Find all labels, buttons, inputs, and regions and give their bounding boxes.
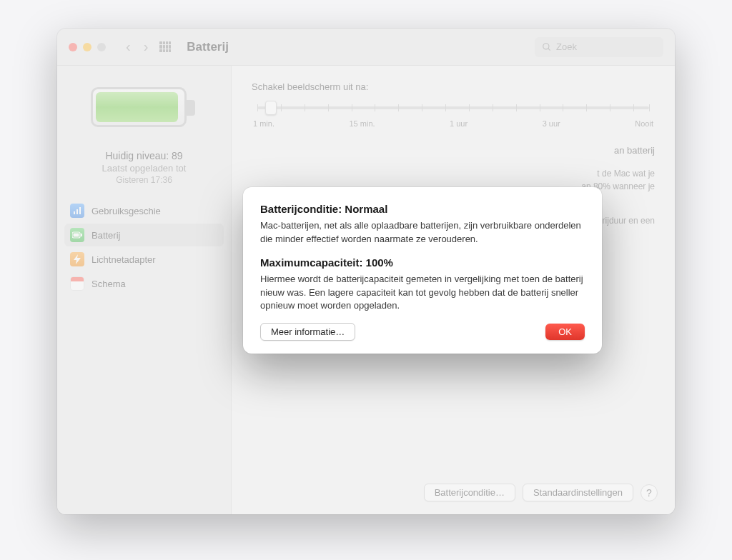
ok-button[interactable]: OK xyxy=(545,324,585,340)
dialog-paragraph-condition: Mac-batterijen, net als alle oplaadbare … xyxy=(260,219,585,246)
battery-condition-dialog: Batterijconditie: Normaal Mac-batterijen… xyxy=(243,187,602,354)
dialog-heading-condition: Batterijconditie: Normaal xyxy=(260,203,585,215)
preferences-window: ‹ › Batterij Zoek Huidig niveau: 89 Laat… xyxy=(57,29,675,514)
dialog-button-row: Meer informatie… OK xyxy=(260,323,585,341)
more-info-button[interactable]: Meer informatie… xyxy=(260,323,355,341)
dialog-heading-capacity: Maximumcapaciteit: 100% xyxy=(260,256,585,269)
dialog-paragraph-capacity: Hiermee wordt de batterijcapaciteit geme… xyxy=(260,273,585,314)
